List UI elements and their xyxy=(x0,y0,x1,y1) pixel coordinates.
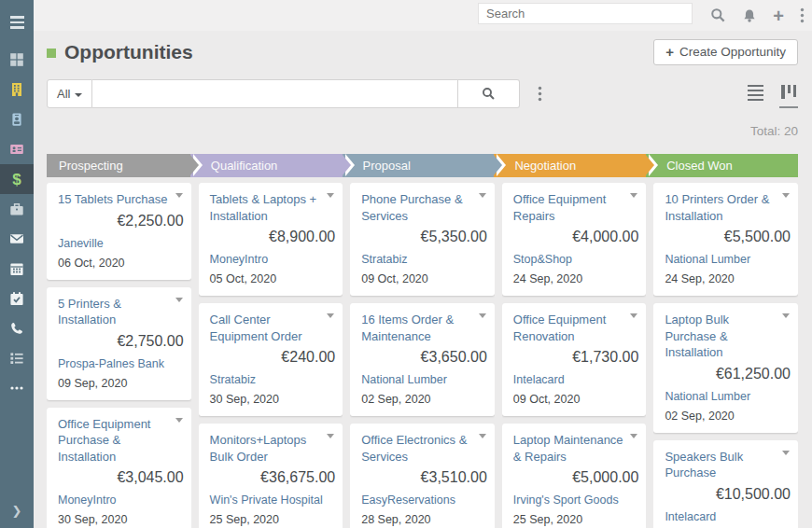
kebab-menu-icon[interactable] xyxy=(800,7,805,23)
kanban-stage-header-row: ProspectingQualificationProposalNegotiat… xyxy=(47,154,798,177)
account-link[interactable]: Win's Private Hospital xyxy=(210,493,333,507)
filter-options-kebab-icon[interactable] xyxy=(520,79,559,108)
list-view-toggle[interactable] xyxy=(746,81,765,109)
account-link[interactable]: MoneyIntro xyxy=(210,252,333,267)
opportunity-name-link[interactable]: 15 Tablets Purchase xyxy=(58,191,181,208)
search-icon[interactable] xyxy=(710,7,726,23)
account-link[interactable]: National Lumber xyxy=(361,372,484,387)
account-link[interactable]: National Lumber xyxy=(665,389,788,404)
plus-icon: + xyxy=(665,44,674,60)
topbar: + xyxy=(34,0,812,31)
card-menu-caret-icon[interactable] xyxy=(782,193,790,198)
opportunity-name-link[interactable]: Call Center Equipment Order xyxy=(210,312,333,344)
kanban-column-proposal: Phone Purchase & Services€5,350.00Strata… xyxy=(350,183,495,528)
opportunity-name-link[interactable]: 16 Items Order & Maintenance xyxy=(361,312,484,344)
opportunity-card[interactable]: Office Equipment Renovation€1,730.00Inte… xyxy=(502,303,647,416)
account-link[interactable]: Stop&Shop xyxy=(513,252,637,267)
opportunity-card[interactable]: Speakers Bulk Purchase€10,500.00Intelaca… xyxy=(653,440,798,528)
card-menu-caret-icon[interactable] xyxy=(479,313,486,318)
card-menu-caret-icon[interactable] xyxy=(327,434,334,438)
opportunity-name-link[interactable]: Office Equipment Purchase & Installation xyxy=(58,416,181,465)
opportunity-card[interactable]: 15 Tablets Purchase€2,250.00Janeville06 … xyxy=(47,183,191,280)
stage-label: Prospecting xyxy=(59,159,123,173)
card-menu-caret-icon[interactable] xyxy=(175,298,183,302)
kanban-icon xyxy=(781,85,796,99)
account-link[interactable]: EasyReservations xyxy=(361,493,484,507)
opportunity-name-link[interactable]: 5 Printers & Installation xyxy=(58,296,181,328)
opportunity-name-link[interactable]: Office Equipment Renovation xyxy=(513,312,637,344)
kanban-view-toggle[interactable] xyxy=(779,81,798,108)
opportunity-name-link[interactable]: Speakers Bulk Purchase xyxy=(665,449,788,481)
opportunity-card[interactable]: Laptop Maintenance & Repairs€5,000.00Irv… xyxy=(502,424,647,528)
opportunity-card[interactable]: 16 Items Order & Maintenance€3,650.00Nat… xyxy=(350,303,495,416)
opportunity-name-link[interactable]: Office Electronics & Services xyxy=(361,432,484,465)
sidebar-item-contacts[interactable] xyxy=(0,104,34,134)
account-link[interactable]: Intelacard xyxy=(513,372,637,387)
card-menu-caret-icon[interactable] xyxy=(782,313,790,318)
card-menu-caret-icon[interactable] xyxy=(479,193,486,198)
bell-icon[interactable] xyxy=(742,8,757,23)
account-link[interactable]: Stratabiz xyxy=(361,252,484,267)
card-menu-caret-icon[interactable] xyxy=(479,434,486,438)
card-menu-caret-icon[interactable] xyxy=(175,193,183,198)
opportunity-card[interactable]: Office Electronics & Services€3,510.00Ea… xyxy=(350,424,495,528)
filter-search-button[interactable] xyxy=(458,79,520,108)
card-menu-caret-icon[interactable] xyxy=(782,451,790,455)
opportunity-name-link[interactable]: Tablets & Laptops + Installation xyxy=(210,191,333,224)
sidebar-item-stream[interactable] xyxy=(0,343,34,373)
opportunity-card[interactable]: 10 Printers Order & Installation€5,500.0… xyxy=(653,183,798,296)
card-menu-caret-icon[interactable] xyxy=(327,193,334,198)
card-menu-caret-icon[interactable] xyxy=(175,418,183,423)
opportunity-card[interactable]: Office Equipment Purchase & Installation… xyxy=(47,408,191,528)
create-opportunity-button[interactable]: + Create Opportunity xyxy=(653,39,798,65)
close-date: 05 Oct, 2020 xyxy=(210,272,333,286)
opportunity-card[interactable]: Tablets & Laptops + Installation€8,900.0… xyxy=(199,183,343,296)
opportunity-name-link[interactable]: Laptop Maintenance & Repairs xyxy=(513,432,637,465)
card-menu-caret-icon[interactable] xyxy=(630,434,637,438)
card-menu-caret-icon[interactable] xyxy=(630,313,637,318)
kanban-column-prospecting: 15 Tablets Purchase€2,250.00Janeville06 … xyxy=(47,183,191,528)
account-link[interactable]: Stratabiz xyxy=(210,372,333,387)
id-badge-icon xyxy=(9,112,24,127)
sidebar-item-leads[interactable] xyxy=(0,134,34,164)
opportunity-amount: €5,500.00 xyxy=(665,229,791,245)
stage-label: Closed Won xyxy=(666,159,733,173)
opportunity-card[interactable]: Office Equipment Repairs€4,000.00Stop&Sh… xyxy=(502,183,647,296)
opportunity-name-link[interactable]: Office Equipment Repairs xyxy=(513,191,637,224)
opportunity-card[interactable]: 5 Printers & Installation€2,750.00Prospa… xyxy=(47,287,191,400)
card-menu-caret-icon[interactable] xyxy=(630,193,637,198)
card-menu-caret-icon[interactable] xyxy=(327,313,334,318)
account-link[interactable]: Irving's Sport Goods xyxy=(513,493,637,507)
sidebar-item-cases[interactable] xyxy=(0,194,34,224)
sidebar-item-emails[interactable] xyxy=(0,224,34,254)
opportunity-card[interactable]: Call Center Equipment Order€240.00Strata… xyxy=(199,303,343,416)
opportunity-card[interactable]: Laptop Bulk Purchase & Installation€61,2… xyxy=(653,303,798,433)
hamburger-menu-icon[interactable] xyxy=(0,0,34,45)
sidebar-item-accounts[interactable] xyxy=(0,75,34,104)
filter-scope-dropdown[interactable]: All xyxy=(47,79,92,108)
account-link[interactable]: Janeville xyxy=(58,236,181,251)
sidebar-item-more[interactable] xyxy=(0,373,34,403)
sidebar-collapse-chevron-icon[interactable]: ❯ xyxy=(0,493,34,528)
opportunity-card[interactable]: Phone Purchase & Services€5,350.00Strata… xyxy=(350,183,495,296)
sidebar-item-tasks[interactable] xyxy=(0,284,34,313)
sidebar-item-dashboard[interactable] xyxy=(0,45,34,75)
opportunity-name-link[interactable]: Monitors+Laptops Bulk Order xyxy=(210,432,333,465)
calendar-check-icon xyxy=(9,291,24,306)
close-date: 09 Sep, 2020 xyxy=(58,377,181,391)
plus-icon[interactable]: + xyxy=(773,7,784,25)
opportunity-name-link[interactable]: Laptop Bulk Purchase & Installation xyxy=(665,312,788,361)
sidebar-item-opportunities[interactable]: $ xyxy=(0,164,34,194)
sidebar-item-calls[interactable] xyxy=(0,313,34,343)
account-link[interactable]: Prospa-Palnes Bank xyxy=(58,356,181,371)
close-date: 25 Sep, 2020 xyxy=(513,513,637,527)
opportunity-name-link[interactable]: Phone Purchase & Services xyxy=(361,191,484,224)
account-link[interactable]: National Lumber xyxy=(665,252,788,267)
sidebar-item-calendar[interactable] xyxy=(0,254,34,284)
opportunity-card[interactable]: Monitors+Laptops Bulk Order€36,675.00Win… xyxy=(199,424,343,528)
account-link[interactable]: Intelacard xyxy=(665,509,788,524)
account-link[interactable]: MoneyIntro xyxy=(58,493,181,507)
opportunity-name-link[interactable]: 10 Printers Order & Installation xyxy=(665,191,788,224)
global-search-input[interactable] xyxy=(478,3,693,24)
filter-search-input[interactable] xyxy=(92,79,458,108)
